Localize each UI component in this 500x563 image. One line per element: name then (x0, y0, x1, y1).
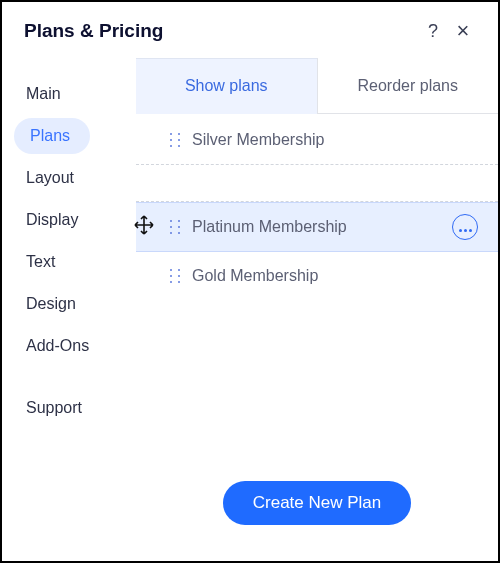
panel-header: Plans & Pricing ? × (2, 2, 498, 58)
tab-reorder-plans[interactable]: Reorder plans (317, 58, 499, 113)
ellipsis-icon (458, 218, 473, 236)
sidebar-item-support[interactable]: Support (2, 390, 136, 426)
drag-handle-icon[interactable] (170, 133, 180, 147)
plan-row[interactable]: Platinum Membership (136, 202, 498, 252)
panel-title: Plans & Pricing (24, 20, 418, 42)
main-area: Show plans Reorder plans Silver Membersh… (136, 58, 498, 561)
plan-label: Gold Membership (192, 267, 318, 285)
sidebar-item-addons[interactable]: Add-Ons (2, 328, 136, 364)
tabs: Show plans Reorder plans (136, 58, 498, 114)
help-icon[interactable]: ? (418, 16, 448, 46)
plan-row[interactable]: Gold Membership (136, 252, 498, 300)
sidebar-item-text[interactable]: Text (2, 244, 136, 280)
settings-panel: Plans & Pricing ? × Main Plans Layout Di… (0, 0, 500, 563)
plans-list: Silver Membership Platinum Membership (136, 114, 498, 300)
sidebar-item-design[interactable]: Design (2, 286, 136, 322)
plan-label: Silver Membership (192, 131, 324, 149)
move-cursor-icon (132, 213, 156, 241)
plan-row[interactable]: Silver Membership (136, 116, 498, 164)
plan-label: Platinum Membership (192, 218, 347, 236)
panel-body: Main Plans Layout Display Text Design Ad… (2, 58, 498, 561)
footer: Create New Plan (136, 463, 498, 561)
more-actions-button[interactable] (452, 214, 478, 240)
sidebar: Main Plans Layout Display Text Design Ad… (2, 58, 136, 561)
drop-target-gap[interactable] (136, 164, 498, 202)
sidebar-item-display[interactable]: Display (2, 202, 136, 238)
close-icon[interactable]: × (448, 16, 478, 46)
drag-handle-icon[interactable] (170, 220, 180, 234)
sidebar-separator (2, 370, 136, 384)
drag-handle-icon[interactable] (170, 269, 180, 283)
sidebar-item-main[interactable]: Main (2, 76, 136, 112)
tab-show-plans[interactable]: Show plans (136, 58, 317, 114)
create-new-plan-button[interactable]: Create New Plan (223, 481, 412, 525)
sidebar-item-plans[interactable]: Plans (14, 118, 90, 154)
sidebar-item-layout[interactable]: Layout (2, 160, 136, 196)
